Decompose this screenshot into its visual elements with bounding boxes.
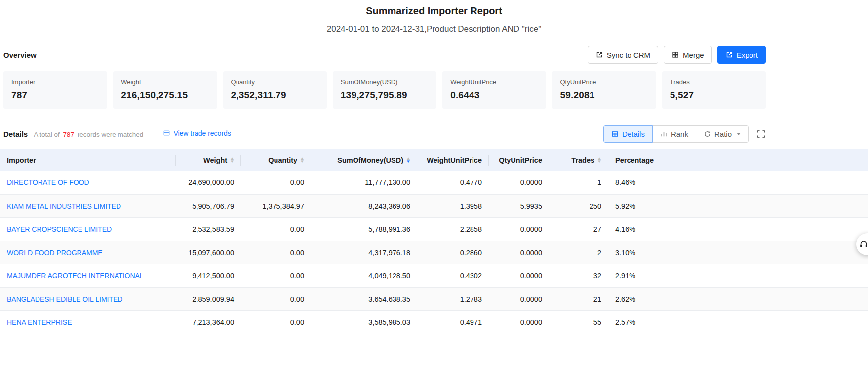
sort-icons[interactable]: ▲▼ [406,157,410,163]
cell-quantity: 0.00 [241,310,311,334]
cell-weight_unit_price: 0.2860 [417,241,489,264]
view-trade-records-link[interactable]: View trade records [163,129,231,137]
column-header-percentage: Percentage [608,149,868,171]
cell-quantity: 0.00 [241,264,311,287]
table-row: BAYER CROPSCIENCE LIMITED2,532,583.590.0… [0,217,868,241]
stat-card: QtyUnitPrice59.2081 [552,71,656,109]
cell-quantity: 0.00 [241,171,311,194]
sort-icons[interactable]: ▲▼ [300,157,304,163]
chevron-down-icon [737,133,741,135]
stat-value: 139,275,795.89 [341,90,429,101]
table-row: HENA ENTERPRISE7,213,364.000.003,585,985… [0,310,868,334]
cell-qty_unit_price: 0.0000 [489,287,549,310]
rank-view-button[interactable]: Rank [652,125,696,143]
table-header-row: ImporterWeight▲▼Quantity▲▼SumOfMoney(USD… [0,149,868,171]
stat-label: QtyUnitPrice [560,78,648,86]
stat-label: Trades [670,78,758,86]
cell-importer: WORLD FOOD PROGRAMME [0,241,176,264]
column-header-trades[interactable]: Trades▲▼ [549,149,608,171]
importer-link[interactable]: KIAM METAL INDUSTRIES LIMITED [7,202,121,210]
bar-chart-icon [660,130,668,138]
column-header-weight_unit_price: WeightUnitPrice [417,149,489,171]
importer-link[interactable]: MAJUMDER AGROTECH INTERNATIONAL [7,272,144,280]
column-header-label-wrap: Weight▲▼ [183,156,234,164]
cell-importer: BANGLADESH EDIBLE OIL LIMITED [0,287,176,310]
export-button[interactable]: Export [717,46,766,64]
details-view-label: Details [622,130,645,138]
table-row: BANGLADESH EDIBLE OIL LIMITED2,859,009.9… [0,287,868,310]
view-trade-records-label: View trade records [173,129,231,137]
table-row: KIAM METAL INDUSTRIES LIMITED5,905,706.7… [0,194,868,217]
table-body: DIRECTORATE OF FOOD24,690,000.000.0011,7… [0,171,868,334]
column-header-label: Percentage [615,156,654,164]
column-header-weight[interactable]: Weight▲▼ [176,149,241,171]
column-header-label-wrap: WeightUnitPrice [424,156,482,164]
stat-card: Trades5,527 [662,71,766,109]
column-header-label: WeightUnitPrice [427,156,482,164]
cell-importer: MAJUMDER AGROTECH INTERNATIONAL [0,264,176,287]
sync-to-crm-label: Sync to CRM [607,51,650,59]
sort-desc-icon: ▼ [406,160,411,163]
sort-icons[interactable]: ▲▼ [230,157,234,163]
matched-count: 787 [62,131,76,138]
cell-importer: BAYER CROPSCIENCE LIMITED [0,217,176,241]
cell-weight_unit_price: 0.4302 [417,264,489,287]
table-row: MAJUMDER AGROTECH INTERNATIONAL9,412,500… [0,264,868,287]
view-switcher: Details Rank Ratio [603,125,749,143]
trade-records-icon [163,129,170,137]
fullscreen-button[interactable] [756,129,766,139]
ratio-view-button[interactable]: Ratio [696,125,749,143]
overview-label: Overview [3,51,37,59]
merge-button[interactable]: Merge [664,46,712,64]
importer-link[interactable]: BAYER CROPSCIENCE LIMITED [7,225,112,233]
column-header-label-wrap: Quantity▲▼ [248,156,304,164]
export-icon [725,51,733,59]
cell-weight_unit_price: 0.4971 [417,310,489,334]
ratio-view-label: Ratio [714,130,732,138]
stat-label: Weight [121,78,209,86]
column-header-importer: Importer [0,149,176,171]
cell-weight_unit_price: 1.2783 [417,287,489,310]
importer-link[interactable]: DIRECTORATE OF FOOD [7,178,89,186]
report-header: Summarized Importer Report 2024-01-01 to… [0,0,868,34]
cell-quantity: 1,375,384.97 [241,194,311,217]
importer-link[interactable]: BANGLADESH EDIBLE OIL LIMITED [7,295,122,303]
cell-trades: 250 [549,194,608,217]
column-header-sum_of_money[interactable]: SumOfMoney(USD)▲▼ [311,149,417,171]
stat-card: Weight216,150,275.15 [113,71,217,109]
cell-sum_of_money: 5,788,991.36 [311,217,417,241]
stat-value: 0.6443 [450,90,538,101]
cell-sum_of_money: 8,243,369.06 [311,194,417,217]
column-header-label-wrap: Importer [7,156,169,164]
cell-qty_unit_price: 0.0000 [489,264,549,287]
cell-qty_unit_price: 5.9935 [489,194,549,217]
cell-weight: 2,532,583.59 [176,217,241,241]
page-title: Summarized Importer Report [0,5,868,17]
export-label: Export [737,51,758,59]
cell-weight_unit_price: 1.3958 [417,194,489,217]
matched-suffix: records were matched [78,131,144,138]
cell-importer: KIAM METAL INDUSTRIES LIMITED [0,194,176,217]
importer-link[interactable]: HENA ENTERPRISE [7,318,72,326]
sync-to-crm-button[interactable]: Sync to CRM [588,46,658,64]
column-header-label: Quantity [268,156,297,164]
cell-qty_unit_price: 0.0000 [489,217,549,241]
cell-sum_of_money: 4,317,976.18 [311,241,417,264]
sort-icons[interactable]: ▲▼ [597,157,601,163]
cell-weight_unit_price: 0.4770 [417,171,489,194]
cell-percentage: 2.91% [608,264,868,287]
cell-weight: 24,690,000.00 [176,171,241,194]
sync-icon [595,51,603,59]
cell-sum_of_money: 3,585,985.03 [311,310,417,334]
rank-view-label: Rank [671,130,688,138]
details-view-button[interactable]: Details [603,125,653,143]
importer-link[interactable]: WORLD FOOD PROGRAMME [7,249,103,257]
cell-qty_unit_price: 0.0000 [489,241,549,264]
column-header-qty_unit_price: QtyUnitPrice [489,149,549,171]
headset-icon [859,239,868,249]
column-header-quantity[interactable]: Quantity▲▼ [241,149,311,171]
cell-weight: 5,905,706.79 [176,194,241,217]
table-row: WORLD FOOD PROGRAMME15,097,600.000.004,3… [0,241,868,264]
cell-sum_of_money: 11,777,130.00 [311,171,417,194]
stat-value: 216,150,275.15 [121,90,209,101]
